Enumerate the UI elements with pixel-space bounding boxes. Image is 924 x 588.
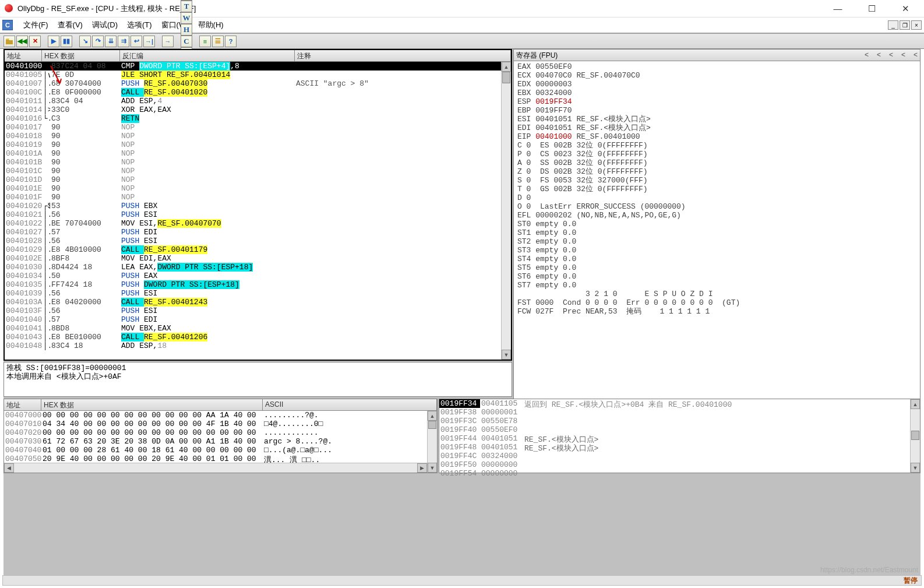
menu-item[interactable]: 调试(D) (87, 19, 122, 30)
appearance-button[interactable]: ☰ (212, 36, 224, 47)
toolbar-w-button[interactable]: W (181, 12, 192, 24)
trace-over-button[interactable]: ⇉ (118, 36, 129, 47)
menu-item[interactable]: 帮助(H) (193, 19, 228, 30)
mdi-controls: _ ❐ × (888, 20, 922, 30)
app-icon (5, 4, 14, 13)
run-to-cursor-button[interactable]: →| (143, 36, 155, 47)
window-controls: — ☐ ✕ (826, 2, 917, 16)
run-button[interactable]: ▶ (48, 36, 59, 47)
close-file-button[interactable]: ✕ (29, 36, 41, 47)
close-button[interactable]: ✕ (894, 2, 917, 16)
step-over-button[interactable]: ↷ (92, 36, 104, 47)
menu-item[interactable]: 查看(V) (53, 19, 87, 30)
window-title: OllyDbg - RE_SF.exe - [CPU - 主线程, 模块 - R… (17, 3, 826, 14)
cpu-icon[interactable]: C (2, 20, 13, 30)
menu-item[interactable]: 选项(T) (122, 19, 157, 30)
pause-button[interactable]: ▮▮ (61, 36, 72, 47)
minimize-button[interactable]: — (826, 2, 849, 16)
toolbar: ◀◀ ✕ ▶ ▮▮ ↘ ↷ ⇊ ⇉ ↩ →| → LEMTWHC/KBR...S… (0, 34, 924, 49)
open-button[interactable] (3, 36, 15, 47)
titlebar: OllyDbg - RE_SF.exe - [CPU - 主线程, 模块 - R… (0, 0, 924, 17)
options-button[interactable]: ≡ (199, 36, 211, 47)
toolbar-h-button[interactable]: H (181, 24, 192, 36)
step-into-button[interactable]: ↘ (79, 36, 91, 47)
toolbar-c-button[interactable]: C (181, 36, 192, 47)
mdi-restore-button[interactable]: ❐ (900, 20, 910, 30)
run-to-return-button[interactable]: ↩ (131, 36, 142, 47)
toolbar-t-button[interactable]: T (181, 1, 192, 12)
trace-into-button[interactable]: ⇊ (105, 36, 117, 47)
mdi-close-button[interactable]: × (911, 20, 922, 30)
mdi-minimize-button[interactable]: _ (888, 20, 898, 30)
menu-item[interactable]: 文件(F) (19, 19, 53, 30)
rewind-button[interactable]: ◀◀ (16, 36, 28, 47)
menubar: C 文件(F)查看(V)调试(D)选项(T)窗口(W)帮助(H) _ ❐ × (0, 17, 924, 34)
maximize-button[interactable]: ☐ (860, 2, 883, 16)
help-button[interactable]: ? (225, 36, 237, 47)
goto-button[interactable]: → (162, 36, 174, 47)
